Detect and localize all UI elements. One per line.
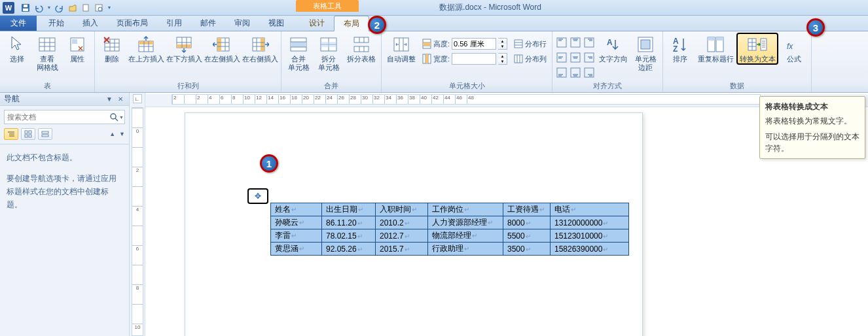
tab-insert[interactable]: 插入 [73, 16, 107, 31]
table-cell[interactable]: 5500↵ [503, 229, 551, 243]
table-move-handle-icon[interactable]: ✥ [255, 192, 261, 201]
save-icon[interactable] [20, 2, 31, 14]
width-input[interactable] [452, 53, 496, 65]
align-mr[interactable] [583, 50, 596, 65]
table-cell[interactable]: 92.05.26↵ [322, 243, 376, 256]
table-cell[interactable]: 15123010000↵ [551, 229, 629, 243]
height-input[interactable] [452, 38, 496, 50]
table-cell[interactable]: 15826390000↵ [551, 243, 629, 256]
table-cell[interactable]: 86.11.20↵ [322, 216, 376, 229]
convert-to-text-button[interactable]: 转换为文本 [736, 33, 778, 65]
properties-button[interactable]: 属性 [63, 33, 92, 65]
table-row[interactable]: 孙晓云↵86.11.20↵2010.2↵人力资源部经理↵8000↵1312000… [271, 216, 629, 229]
align-br[interactable] [583, 65, 596, 80]
undo-icon[interactable] [33, 2, 45, 14]
redo-icon[interactable] [54, 2, 65, 14]
insert-right-button[interactable]: 在右侧插入 [242, 33, 278, 65]
insert-above-button[interactable]: 在上方插入 [128, 33, 164, 65]
autofit-button[interactable]: 自动调整 [384, 33, 418, 65]
insert-left-button[interactable]: 在左侧插入 [204, 33, 240, 65]
table-cell[interactable]: 黄思涵↵ [271, 243, 322, 256]
split-cells-button[interactable]: 拆分 单元格 [314, 33, 343, 73]
tab-page-layout[interactable]: 页面布局 [107, 16, 157, 31]
table-row[interactable]: 黄思涵↵92.05.26↵2015.7↵行政助理↵3500↵1582639000… [271, 243, 629, 256]
col-width-control[interactable]: 宽度: ▲▼ [420, 52, 510, 66]
nav-close-icon[interactable]: ✕ [116, 95, 125, 103]
table-cell[interactable]: 2015.7↵ [376, 243, 428, 256]
svg-rect-81 [571, 53, 580, 62]
tab-table-design[interactable]: 设计 [300, 16, 334, 31]
qat-preview-icon[interactable] [93, 2, 105, 14]
table-header-cell[interactable]: 工资待遇↵ [503, 203, 551, 216]
align-bc[interactable] [569, 65, 582, 80]
tab-references[interactable]: 引用 [157, 16, 191, 31]
ribbon: 选择 查看 网格线 属性 表 删除 在上方插入 [0, 31, 868, 93]
tab-review[interactable]: 审阅 [225, 16, 259, 31]
nav-tab-pages[interactable] [21, 128, 35, 140]
table-cell[interactable]: 李雷↵ [271, 229, 322, 243]
width-spinner[interactable]: ▲▼ [498, 53, 507, 65]
svg-rect-45 [321, 42, 336, 47]
merge-cells-button[interactable]: 合并 单元格 [284, 33, 313, 73]
align-bl[interactable] [555, 65, 568, 80]
sort-button[interactable]: AZ 排序 [666, 33, 695, 65]
table-header-cell[interactable]: 工作岗位↵ [428, 203, 503, 216]
title-bar: W ▼ ▼ 表格工具 数据源.docx - Microsoft Word [0, 0, 868, 16]
table-cell[interactable]: 13120000000↵ [551, 216, 629, 229]
tab-view[interactable]: 视图 [259, 16, 293, 31]
split-table-button[interactable]: 拆分表格 [344, 33, 378, 65]
vertical-ruler[interactable]: 0246810 [132, 107, 143, 336]
nav-tab-headings[interactable] [4, 128, 18, 140]
undo-dropdown-icon[interactable]: ▼ [46, 2, 52, 14]
page[interactable]: ✥ 姓名↵出生日期↵入职时间↵工作岗位↵工资待遇↵电话↵孙晓云↵86.11.20… [185, 112, 643, 336]
align-ml[interactable] [555, 50, 568, 65]
tab-table-layout[interactable]: 布局 [334, 16, 369, 31]
align-tl[interactable] [555, 35, 568, 50]
align-mc[interactable] [569, 50, 582, 65]
qat-open-icon[interactable] [67, 2, 79, 14]
contextual-tab-title: 表格工具 [296, 0, 359, 12]
search-icon[interactable]: ▼ [109, 112, 124, 122]
horizontal-ruler[interactable]: 2246810121416182022242628303234363840424… [172, 94, 761, 105]
distribute-rows-button[interactable]: 分布行 [511, 37, 549, 51]
table-header-cell[interactable]: 姓名↵ [271, 203, 322, 216]
table-row[interactable]: 李雷↵78.02.15↵2012.7↵物流部经理↵5500↵1512301000… [271, 229, 629, 243]
table-cell[interactable]: 78.02.15↵ [322, 229, 376, 243]
table-cell[interactable]: 物流部经理↵ [428, 229, 503, 243]
select-button[interactable]: 选择 [3, 33, 31, 65]
table-cell[interactable]: 孙晓云↵ [271, 216, 322, 229]
table-cell[interactable]: 人力资源部经理↵ [428, 216, 503, 229]
table-cell[interactable]: 8000↵ [503, 216, 551, 229]
qat-customize-icon[interactable]: ▼ [106, 2, 113, 14]
delete-button[interactable]: 删除 [98, 33, 126, 65]
table-cell[interactable]: 行政助理↵ [428, 243, 503, 256]
qat-new-icon[interactable] [80, 2, 92, 14]
search-input[interactable] [5, 113, 109, 121]
table-header-cell[interactable]: 出生日期↵ [322, 203, 376, 216]
repeat-header-button[interactable]: 重复标题行 [696, 33, 735, 65]
row-height-control[interactable]: 高度: ▲▼ [420, 37, 510, 51]
table-header-cell[interactable]: 入职时间↵ [376, 203, 428, 216]
text-direction-button[interactable]: A 文字方向 [597, 33, 630, 65]
tab-home[interactable]: 开始 [39, 16, 73, 31]
document-table[interactable]: 姓名↵出生日期↵入职时间↵工作岗位↵工资待遇↵电话↵孙晓云↵86.11.20↵2… [270, 203, 629, 256]
align-tr[interactable] [583, 35, 596, 50]
ruler-origin-box[interactable]: ∟ [133, 94, 142, 103]
nav-tab-results[interactable] [38, 128, 52, 140]
tab-file[interactable]: 文件 [0, 16, 37, 31]
cell-margins-button[interactable]: 单元格 边距 [631, 33, 660, 73]
nav-collapse-icon[interactable]: ▲ [109, 131, 115, 137]
distribute-cols-button[interactable]: 分布列 [511, 52, 549, 66]
table-header-cell[interactable]: 电话↵ [551, 203, 629, 216]
insert-below-button[interactable]: 在下方插入 [166, 33, 202, 65]
view-gridlines-button[interactable]: 查看 网格线 [33, 33, 62, 73]
nav-dropdown-icon[interactable]: ▼ [104, 95, 115, 103]
table-cell[interactable]: 3500↵ [503, 243, 551, 256]
nav-expand-icon[interactable]: ▼ [119, 131, 125, 137]
align-tc[interactable] [569, 35, 582, 50]
table-cell[interactable]: 2012.7↵ [376, 229, 428, 243]
tab-mailings[interactable]: 邮件 [191, 16, 225, 31]
height-spinner[interactable]: ▲▼ [498, 38, 507, 50]
table-cell[interactable]: 2010.2↵ [376, 216, 428, 229]
formula-button[interactable]: fx 公式 [780, 33, 808, 65]
